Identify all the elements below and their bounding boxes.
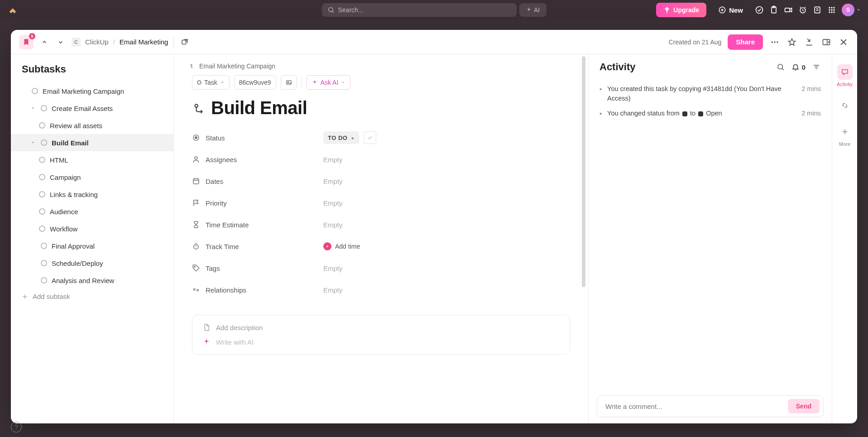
- apps-grid-icon[interactable]: [827, 5, 836, 14]
- rail-more[interactable]: More: [834, 120, 856, 150]
- breadcrumb-location[interactable]: Email Marketing: [120, 38, 168, 46]
- subtask-item[interactable]: Analysis and Review: [11, 272, 173, 289]
- clipboard-icon[interactable]: [769, 5, 778, 14]
- rail-link[interactable]: [834, 94, 856, 117]
- rail-activity[interactable]: Activity: [834, 61, 856, 91]
- task-title[interactable]: Build Email: [211, 98, 307, 118]
- mark-complete-button[interactable]: [364, 131, 376, 144]
- add-subtask-button[interactable]: Add subtask: [11, 289, 173, 304]
- tag-icon: [192, 264, 200, 272]
- help-button[interactable]: ?: [11, 422, 22, 432]
- field-tags[interactable]: Tags Empty: [192, 261, 554, 275]
- new-window-icon[interactable]: [179, 37, 190, 48]
- space-chip[interactable]: C: [72, 38, 81, 47]
- avatar: S: [842, 4, 854, 16]
- bookmark-icon: [22, 38, 30, 46]
- parent-task-link[interactable]: Email Marketing Campaign: [189, 62, 275, 70]
- task-type-icon: [192, 102, 205, 115]
- field-dates[interactable]: Dates Empty: [192, 174, 554, 188]
- modal-task-icon[interactable]: 5: [19, 35, 34, 49]
- status-dropdown[interactable]: TO DO ▸: [323, 131, 359, 144]
- svg-point-25: [774, 41, 775, 43]
- status-dot-icon: [41, 105, 47, 111]
- field-assignees[interactable]: Assignees Empty: [192, 153, 554, 166]
- svg-point-22: [833, 11, 834, 13]
- field-status: Status TO DO ▸: [192, 131, 554, 144]
- caret-down-icon[interactable]: [31, 140, 36, 145]
- sparkle-icon: [312, 79, 318, 86]
- note-icon[interactable]: [813, 5, 822, 14]
- send-button[interactable]: Send: [788, 399, 820, 413]
- subtask-label: Schedule/Deploy: [52, 259, 103, 267]
- task-type-dropdown[interactable]: Task: [192, 75, 230, 90]
- svg-rect-33: [286, 81, 291, 84]
- add-time-button[interactable]: Add time: [323, 242, 554, 250]
- field-relationships[interactable]: Relationships Empty: [192, 283, 554, 297]
- subtask-item[interactable]: Links & tracking: [11, 186, 173, 203]
- new-button[interactable]: New: [712, 3, 749, 17]
- status-dot-icon: [41, 139, 47, 146]
- subtask-label: Create Email Assets: [52, 105, 113, 112]
- check-circle-icon[interactable]: [755, 5, 764, 14]
- cover-image-button[interactable]: [281, 75, 297, 90]
- activity-notifications[interactable]: 0: [791, 63, 806, 71]
- svg-line-1: [332, 11, 334, 13]
- task-id-chip[interactable]: 86cw9uve9: [234, 75, 276, 90]
- svg-point-19: [833, 9, 834, 10]
- subtask-item[interactable]: Review all assets: [11, 117, 173, 134]
- subtask-item[interactable]: Final Approval: [11, 237, 173, 255]
- subtask-label: Workflow: [50, 225, 77, 233]
- activity-search-icon[interactable]: [776, 62, 785, 72]
- app-logo[interactable]: [7, 5, 18, 15]
- task-main: Email Marketing Campaign Task 86cw9uve9: [174, 54, 588, 423]
- more-menu-icon[interactable]: [769, 37, 780, 48]
- breadcrumb-space[interactable]: ClickUp: [85, 38, 109, 46]
- ask-ai-button[interactable]: Ask AI: [307, 75, 351, 90]
- svg-point-0: [328, 8, 332, 12]
- subtask-item[interactable]: Schedule/Deploy: [11, 255, 173, 272]
- subtask-item[interactable]: Create Email Assets: [11, 100, 173, 117]
- upgrade-button[interactable]: Upgrade: [656, 3, 706, 17]
- svg-point-26: [777, 41, 778, 43]
- subtask-item[interactable]: Workflow: [11, 220, 173, 237]
- star-icon[interactable]: [786, 37, 797, 48]
- field-time-estimate[interactable]: Time Estimate Empty: [192, 218, 554, 231]
- global-search[interactable]: Search...: [322, 3, 517, 17]
- activity-panel: Activity 0 •You created this task by cop…: [588, 54, 832, 423]
- next-task-button[interactable]: [55, 37, 66, 48]
- subtask-item[interactable]: Campaign: [11, 168, 173, 186]
- status-dot-icon: [41, 260, 47, 266]
- modal-header: 5 C ClickUp / Email Marketing Created on…: [11, 30, 857, 54]
- alarm-icon[interactable]: [798, 5, 807, 14]
- subtask-item[interactable]: Audience: [11, 203, 173, 220]
- video-icon[interactable]: [784, 5, 793, 14]
- subtask-label: Analysis and Review: [52, 277, 114, 284]
- comment-input[interactable]: [605, 403, 788, 410]
- close-button[interactable]: [838, 37, 849, 48]
- field-priority[interactable]: Priority Empty: [192, 196, 554, 210]
- subtask-item[interactable]: HTML: [11, 151, 173, 168]
- topbar-ai-button[interactable]: AI: [519, 3, 547, 17]
- subtask-label: Audience: [50, 208, 78, 216]
- comment-box: Send: [597, 395, 824, 417]
- sidebar-toggle-icon[interactable]: [821, 37, 832, 48]
- share-button[interactable]: Share: [728, 34, 763, 50]
- status-dot-icon: [39, 174, 45, 180]
- subtask-item[interactable]: Email Marketing Campaign: [11, 82, 173, 100]
- activity-item: •You changed status from to Open2 mins: [599, 106, 821, 121]
- activity-filter-icon[interactable]: [812, 62, 821, 72]
- svg-rect-9: [785, 8, 790, 12]
- created-meta: Created on 21 Aug: [669, 38, 722, 46]
- svg-point-15: [831, 7, 832, 8]
- sparkle-icon: [202, 338, 211, 346]
- search-placeholder: Search...: [338, 6, 364, 14]
- caret-down-icon[interactable]: [31, 106, 36, 110]
- subtask-item[interactable]: Build Email: [11, 134, 173, 151]
- prev-task-button[interactable]: [39, 37, 50, 48]
- description-card[interactable]: Add description Write with AI: [192, 315, 570, 355]
- scrollbar[interactable]: [582, 54, 585, 389]
- field-track-time: Track Time Add time: [192, 240, 554, 253]
- collapse-icon[interactable]: [804, 37, 815, 48]
- user-menu[interactable]: S: [842, 4, 861, 16]
- write-with-ai[interactable]: Write with AI: [216, 338, 254, 346]
